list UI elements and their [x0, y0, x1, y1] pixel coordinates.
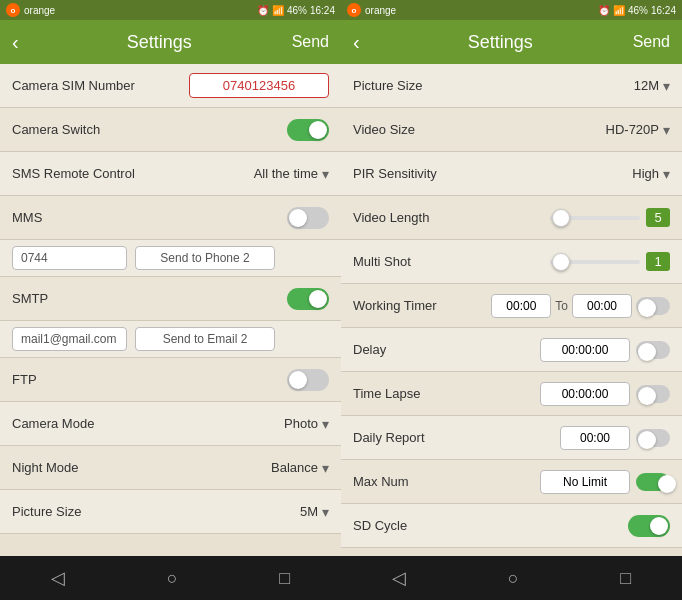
- daily-report-label: Daily Report: [353, 430, 453, 445]
- right-content: Picture Size 12M ▾ Video Size HD-720P ▾ …: [341, 64, 682, 556]
- video-size-chevron-icon: ▾: [663, 122, 670, 138]
- right-wifi-icon: 📶: [613, 5, 625, 16]
- right-status-left: o orange: [347, 3, 396, 17]
- sms-remote-dropdown[interactable]: All the time ▾: [254, 166, 329, 182]
- right-picture-size-label: Picture Size: [353, 78, 453, 93]
- sms-remote-label: SMS Remote Control: [12, 166, 135, 181]
- smtp-label: SMTP: [12, 291, 102, 306]
- max-num-input[interactable]: [540, 470, 630, 494]
- pir-sensitivity-chevron-icon: ▾: [663, 166, 670, 182]
- sd-cycle-toggle[interactable]: [628, 515, 670, 537]
- right-bottom-nav: ◁ ○ □: [341, 556, 682, 600]
- right-header: ‹ Settings Send: [341, 20, 682, 64]
- right-time: 16:24: [651, 5, 676, 16]
- right-back-button[interactable]: ‹: [353, 31, 360, 54]
- working-timer-toggle[interactable]: [636, 297, 670, 315]
- delay-toggle[interactable]: [636, 341, 670, 359]
- right-picture-size-row: Picture Size 12M ▾: [341, 64, 682, 108]
- smtp-value: [102, 288, 329, 310]
- camera-sim-row: Camera SIM Number: [0, 64, 341, 108]
- email-inputs-row: Send to Email 2: [0, 321, 341, 358]
- right-status-right: ⏰ 📶 46% 16:24: [598, 5, 676, 16]
- left-panel: o orange ⏰ 📶 46% 16:24 ‹ Settings Send C…: [0, 0, 341, 600]
- delay-row: Delay: [341, 328, 682, 372]
- send-to-phone-button[interactable]: Send to Phone 2: [135, 246, 275, 270]
- multi-shot-slider[interactable]: [550, 260, 640, 264]
- daily-report-value: [453, 426, 670, 450]
- working-timer-from[interactable]: [491, 294, 551, 318]
- night-mode-row: Night Mode Balance ▾: [0, 446, 341, 490]
- left-status-right: ⏰ 📶 46% 16:24: [257, 5, 335, 16]
- left-send-button[interactable]: Send: [292, 33, 329, 51]
- left-alarm-icon: ⏰: [257, 5, 269, 16]
- right-back-nav-button[interactable]: ◁: [392, 567, 406, 589]
- delay-input[interactable]: [540, 338, 630, 362]
- left-header: ‹ Settings Send: [0, 20, 341, 64]
- smtp-toggle[interactable]: [287, 288, 329, 310]
- multi-shot-value: 1: [646, 252, 670, 271]
- left-picture-size-row: Picture Size 5M ▾: [0, 490, 341, 534]
- video-size-dropdown[interactable]: HD-720P ▾: [606, 122, 670, 138]
- night-mode-dropdown[interactable]: Balance ▾: [271, 460, 329, 476]
- right-picture-size-dropdown-value: 12M: [634, 78, 659, 93]
- mms-row: MMS: [0, 196, 341, 240]
- right-panel: o orange ⏰ 📶 46% 16:24 ‹ Settings Send P…: [341, 0, 682, 600]
- daily-report-input[interactable]: [560, 426, 630, 450]
- video-length-slider-container: 5: [453, 208, 670, 227]
- left-picture-size-dropdown-value: 5M: [300, 504, 318, 519]
- multi-shot-label: Multi Shot: [353, 254, 453, 269]
- working-timer-to[interactable]: [572, 294, 632, 318]
- right-home-nav-button[interactable]: ○: [508, 568, 519, 589]
- right-send-button[interactable]: Send: [633, 33, 670, 51]
- right-picture-size-dropdown[interactable]: 12M ▾: [634, 78, 670, 94]
- camera-sim-label: Camera SIM Number: [12, 78, 135, 93]
- time-lapse-value: [453, 382, 670, 406]
- ftp-toggle[interactable]: [287, 369, 329, 391]
- send-to-email-button[interactable]: Send to Email 2: [135, 327, 275, 351]
- right-recent-nav-button[interactable]: □: [620, 568, 631, 589]
- night-mode-chevron-icon: ▾: [322, 460, 329, 476]
- mms-toggle[interactable]: [287, 207, 329, 229]
- email-input[interactable]: [12, 327, 127, 351]
- camera-mode-dropdown[interactable]: Photo ▾: [284, 416, 329, 432]
- video-size-value: HD-720P ▾: [453, 122, 670, 138]
- camera-mode-value: Photo ▾: [102, 416, 329, 432]
- right-carrier-icon: o: [347, 3, 361, 17]
- video-length-slider[interactable]: [550, 216, 640, 220]
- right-alarm-icon: ⏰: [598, 5, 610, 16]
- time-lapse-input[interactable]: [540, 382, 630, 406]
- left-home-nav-button[interactable]: ○: [167, 568, 178, 589]
- left-back-nav-button[interactable]: ◁: [51, 567, 65, 589]
- camera-switch-label: Camera Switch: [12, 122, 102, 137]
- ftp-label: FTP: [12, 372, 102, 387]
- camera-switch-value: [102, 119, 329, 141]
- phone-number-input[interactable]: [12, 246, 127, 270]
- camera-mode-chevron-icon: ▾: [322, 416, 329, 432]
- left-header-title: Settings: [27, 32, 292, 53]
- left-recent-nav-button[interactable]: □: [279, 568, 290, 589]
- working-timer-row: Working Timer To: [341, 284, 682, 328]
- smtp-row: SMTP: [0, 277, 341, 321]
- night-mode-dropdown-value: Balance: [271, 460, 318, 475]
- left-carrier-icon: o: [6, 3, 20, 17]
- multi-shot-slider-thumb: [552, 253, 570, 271]
- sd-cycle-row: SD Cycle: [341, 504, 682, 548]
- left-picture-size-dropdown[interactable]: 5M ▾: [300, 504, 329, 520]
- left-back-button[interactable]: ‹: [12, 31, 19, 54]
- ftp-row: FTP: [0, 358, 341, 402]
- video-length-row: Video Length 5: [341, 196, 682, 240]
- camera-sim-value: [135, 73, 329, 98]
- time-lapse-toggle[interactable]: [636, 385, 670, 403]
- camera-switch-toggle[interactable]: [287, 119, 329, 141]
- pir-sensitivity-dropdown[interactable]: High ▾: [632, 166, 670, 182]
- daily-report-toggle[interactable]: [636, 429, 670, 447]
- max-num-toggle[interactable]: [636, 473, 670, 491]
- camera-sim-input[interactable]: [189, 73, 329, 98]
- night-mode-value: Balance ▾: [102, 460, 329, 476]
- camera-mode-dropdown-value: Photo: [284, 416, 318, 431]
- left-picture-size-chevron-icon: ▾: [322, 504, 329, 520]
- pir-sensitivity-row: PIR Sensitivity High ▾: [341, 152, 682, 196]
- right-header-title: Settings: [368, 32, 633, 53]
- right-carrier-name: orange: [365, 5, 396, 16]
- sms-remote-dropdown-value: All the time: [254, 166, 318, 181]
